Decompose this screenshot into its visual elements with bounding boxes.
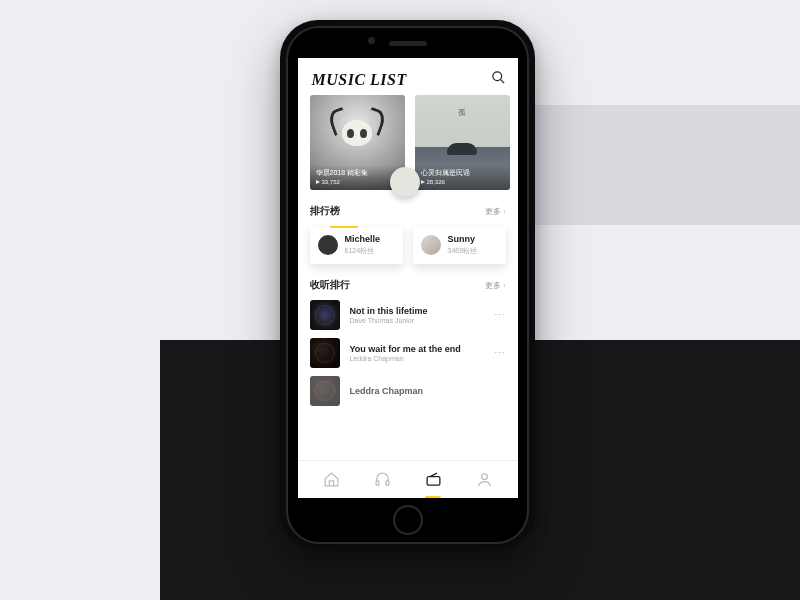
section-head-listen: 收听排行 更多 › (310, 278, 506, 292)
featured-plays: 33,752 (322, 179, 340, 185)
svg-point-6 (481, 474, 487, 480)
phone-home-button[interactable] (393, 505, 423, 535)
svg-line-1 (500, 79, 504, 83)
track-row[interactable]: You wait for me at the end Leddra Chapma… (310, 338, 506, 368)
svg-point-0 (492, 72, 501, 81)
featured-plays: 28,326 (427, 179, 445, 185)
tab-bar (298, 460, 518, 498)
section-head-rank: 排行榜 更多 › (310, 204, 506, 218)
headphones-icon (374, 471, 391, 488)
avatar (318, 235, 338, 255)
track-title: You wait for me at the end (350, 344, 484, 354)
svg-rect-3 (386, 481, 389, 485)
track-more-icon[interactable]: ⋯ (494, 347, 506, 360)
artist-fans: 6124粉丝 (345, 246, 381, 256)
app-logo-text: MUSIC LIST (312, 71, 407, 88)
more-link[interactable]: 更多 › (485, 280, 505, 291)
track-cover (310, 300, 340, 330)
section-title: 排行榜 (310, 204, 340, 218)
track-row[interactable]: Leddra Chapman (310, 376, 506, 406)
track-list: Not in this lifetime Dave Thomas Junior … (310, 300, 506, 386)
search-icon[interactable] (491, 70, 506, 89)
phone-camera (368, 37, 375, 44)
chevron-right-icon: › (503, 282, 505, 289)
app-header: MUSIC LIST (298, 58, 518, 95)
tab-home[interactable] (317, 466, 345, 494)
section-title: 收听排行 (310, 278, 350, 292)
chevron-right-icon: › (503, 208, 505, 215)
track-row[interactable]: Not in this lifetime Dave Thomas Junior … (310, 300, 506, 330)
home-icon (323, 471, 340, 488)
artist-card-0[interactable]: Michelle 6124粉丝 (310, 226, 403, 264)
track-title: Leddra Chapman (350, 386, 506, 396)
featured-title: 心灵归属是民谣 (421, 169, 504, 177)
svg-rect-2 (376, 481, 379, 485)
track-title: Not in this lifetime (350, 306, 484, 316)
track-cover (310, 338, 340, 368)
track-artist: Dave Thomas Junior (350, 317, 484, 324)
phone-device-frame: MUSIC LIST 华晨2018 精彩集 33,752 (280, 20, 535, 550)
artist-name: Sunny (448, 234, 478, 244)
more-link[interactable]: 更多 › (485, 206, 505, 217)
phone-speaker (389, 41, 427, 46)
content-scroll[interactable]: 华晨2018 精彩集 33,752 孤 心灵归属是民谣 28,326 (298, 95, 518, 460)
tab-radio[interactable] (419, 466, 447, 494)
play-icon (316, 180, 320, 184)
featured-row[interactable]: 华晨2018 精彩集 33,752 孤 心灵归属是民谣 28,326 (310, 95, 506, 190)
app-screen: MUSIC LIST 华晨2018 精彩集 33,752 (298, 58, 518, 498)
track-more-icon[interactable]: ⋯ (494, 309, 506, 322)
featured-card-1[interactable]: 孤 心灵归属是民谣 28,326 (415, 95, 510, 190)
app-logo: MUSIC LIST (312, 71, 407, 89)
tab-profile[interactable] (470, 466, 498, 494)
user-icon (476, 471, 493, 488)
more-label: 更多 (485, 280, 501, 291)
floating-disc[interactable] (390, 167, 420, 197)
track-artist: Leddra Chapman (350, 355, 484, 362)
more-label: 更多 (485, 206, 501, 217)
artist-card-1[interactable]: Sunny 3469粉丝 (413, 226, 506, 264)
radio-icon (425, 471, 442, 488)
featured-title: 华晨2018 精彩集 (316, 169, 399, 177)
artist-fans: 3469粉丝 (448, 246, 478, 256)
avatar (421, 235, 441, 255)
artist-name: Michelle (345, 234, 381, 244)
tab-headphones[interactable] (368, 466, 396, 494)
svg-rect-4 (427, 477, 440, 486)
track-cover (310, 376, 340, 406)
artist-row: Michelle 6124粉丝 Sunny 3469粉丝 (310, 226, 506, 264)
play-icon (421, 180, 425, 184)
